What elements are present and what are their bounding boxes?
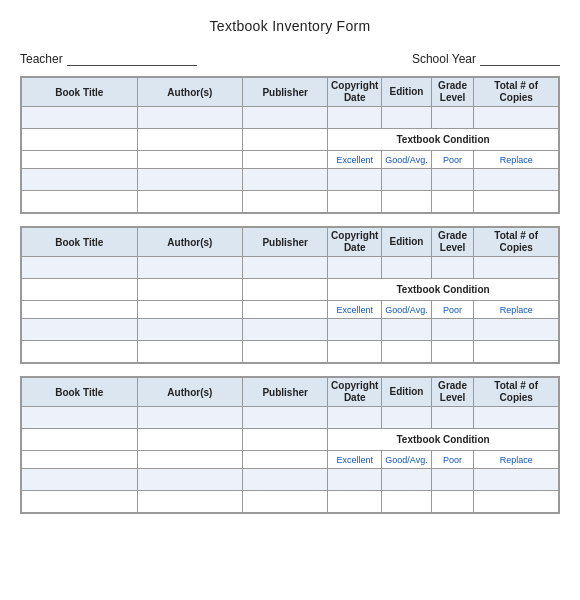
table-header-row-2: Book Title Author(s) Publisher Copyright… [22,228,559,257]
cell[interactable] [137,169,243,191]
cell[interactable] [22,279,138,301]
cell[interactable] [382,407,431,429]
cell[interactable] [22,319,138,341]
cell[interactable] [382,491,431,513]
cell[interactable] [137,469,243,491]
table-header-row-3: Book Title Author(s) Publisher Copyright… [22,378,559,407]
cell[interactable] [22,491,138,513]
cell[interactable] [22,107,138,129]
cell[interactable] [22,257,138,279]
cell[interactable] [243,341,328,363]
cell[interactable] [474,407,559,429]
cell[interactable] [137,491,243,513]
cell[interactable] [137,301,243,319]
cell[interactable] [22,451,138,469]
cell[interactable] [382,469,431,491]
cell[interactable] [382,257,431,279]
cell[interactable] [137,129,243,151]
cell[interactable] [137,429,243,451]
poor-label-2: Poor [431,301,474,319]
cell[interactable] [474,107,559,129]
cell[interactable] [243,129,328,151]
cell[interactable] [431,107,474,129]
cell[interactable] [431,407,474,429]
cell[interactable] [137,407,243,429]
cell[interactable] [382,191,431,213]
cell[interactable] [474,169,559,191]
data-row-2a [22,257,559,279]
authors-header-3: Author(s) [137,378,243,407]
cell[interactable] [137,279,243,301]
edition-header: Edition [382,78,431,107]
cell[interactable] [243,301,328,319]
cell[interactable] [243,429,328,451]
cell[interactable] [137,191,243,213]
cell[interactable] [431,341,474,363]
cell[interactable] [431,191,474,213]
teacher-field: Teacher [20,52,197,66]
cell[interactable] [137,319,243,341]
cell[interactable] [137,151,243,169]
cell[interactable] [328,169,382,191]
cell[interactable] [431,491,474,513]
cell[interactable] [474,319,559,341]
cell[interactable] [137,451,243,469]
cell[interactable] [431,319,474,341]
cell[interactable] [431,169,474,191]
cell[interactable] [22,169,138,191]
cell[interactable] [328,469,382,491]
cell[interactable] [474,191,559,213]
cell[interactable] [22,469,138,491]
cell[interactable] [474,469,559,491]
cell[interactable] [382,319,431,341]
cell[interactable] [328,191,382,213]
cell[interactable] [328,319,382,341]
cell[interactable] [22,191,138,213]
cell[interactable] [22,341,138,363]
condition-values-row-1: Excellent Good/Avg. Poor Replace [22,151,559,169]
cell[interactable] [243,491,328,513]
publisher-header-2: Publisher [243,228,328,257]
cell[interactable] [243,107,328,129]
copyright-header-3: Copyright Date [328,378,382,407]
cell[interactable] [243,319,328,341]
edition-header-3: Edition [382,378,431,407]
teacher-label: Teacher [20,52,63,66]
cell[interactable] [382,341,431,363]
cell[interactable] [243,169,328,191]
cell[interactable] [243,407,328,429]
school-year-input-line[interactable] [480,52,560,66]
cell[interactable] [243,191,328,213]
cell[interactable] [22,151,138,169]
data-row-1b: Textbook Condition [22,129,559,151]
cell[interactable] [137,341,243,363]
cell[interactable] [474,341,559,363]
cell[interactable] [431,257,474,279]
teacher-input-line[interactable] [67,52,197,66]
cell[interactable] [328,107,382,129]
cell[interactable] [328,341,382,363]
cell[interactable] [22,407,138,429]
poor-label-1: Poor [431,151,474,169]
cell[interactable] [243,451,328,469]
cell[interactable] [474,257,559,279]
cell[interactable] [328,407,382,429]
cell[interactable] [243,469,328,491]
cell[interactable] [137,257,243,279]
replace-label-1: Replace [474,151,559,169]
cell[interactable] [328,491,382,513]
cell[interactable] [382,107,431,129]
cell[interactable] [243,257,328,279]
cell[interactable] [243,279,328,301]
cell[interactable] [22,129,138,151]
data-row-3c [22,469,559,491]
cell[interactable] [328,257,382,279]
cell[interactable] [137,107,243,129]
cell[interactable] [243,151,328,169]
cell[interactable] [474,491,559,513]
cell[interactable] [431,469,474,491]
cell[interactable] [22,429,138,451]
cell[interactable] [22,301,138,319]
section-3: Book Title Author(s) Publisher Copyright… [20,376,560,514]
cell[interactable] [382,169,431,191]
